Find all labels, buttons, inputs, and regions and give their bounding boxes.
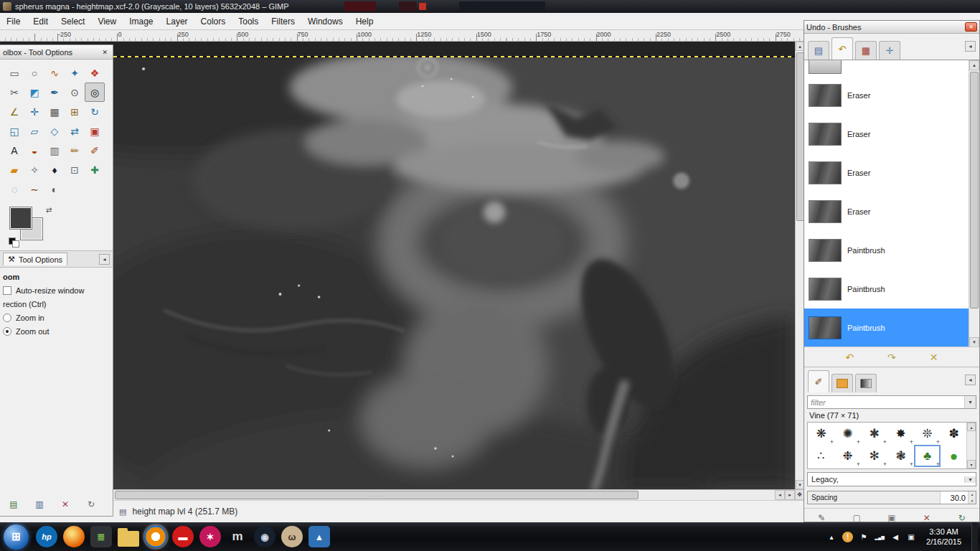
free-select-tool[interactable]: ∿ — [44, 63, 65, 83]
perspective-tool[interactable]: ◇ — [44, 121, 65, 141]
spin-down-icon[interactable]: ▾ — [969, 498, 976, 504]
volume-icon[interactable]: ◀ — [890, 532, 900, 542]
undo-history-item[interactable]: Paintbrush — [804, 231, 969, 270]
reset-tool-options-button[interactable]: ↻ — [83, 497, 99, 512]
undo-scroll-thumb[interactable] — [970, 72, 979, 309]
canvas-viewport[interactable] — [0, 42, 795, 489]
spacing-spinner[interactable]: ▴ ▾ — [968, 491, 976, 504]
spacing-label[interactable]: Spacing — [808, 491, 941, 504]
gradient-tool[interactable]: ▥ — [44, 141, 65, 160]
no-entry-icon[interactable]: ▬ — [172, 526, 194, 547]
scale-tool[interactable]: ◱ — [4, 121, 24, 141]
color-picker-tool[interactable]: ⊙ — [65, 83, 85, 102]
redo-button[interactable]: ↷ — [887, 352, 896, 363]
dock-titlebar[interactable]: Undo - Brushes ✕ — [804, 21, 979, 34]
menu-item[interactable]: File — [0, 14, 27, 29]
panel-menu-icon[interactable]: ◂ — [965, 41, 976, 52]
undo-history-item[interactable]: Paintbrush — [804, 270, 969, 309]
menu-item[interactable]: Layer — [160, 14, 194, 29]
horizontal-scroll-thumb[interactable]: ∙ ∙ ∙ — [115, 491, 639, 499]
undo-history-item[interactable]: Eraser — [804, 192, 969, 231]
text-tool[interactable]: A — [4, 141, 24, 160]
close-icon[interactable]: ✕ — [100, 48, 110, 57]
menu-item[interactable]: Image — [123, 14, 159, 29]
crop-tool[interactable]: ⊞ — [65, 102, 85, 121]
scroll-right-icon[interactable]: ▸ — [785, 490, 795, 500]
zoom-out-radio[interactable] — [3, 327, 11, 336]
measure-tool[interactable]: ∠ — [4, 102, 24, 121]
restore-tool-preset-button[interactable]: ▥ — [32, 497, 47, 512]
foreground-color-swatch[interactable] — [10, 207, 32, 229]
paintbrush-tool[interactable]: ✐ — [85, 141, 105, 160]
brush-sponge[interactable]: ✺ — [834, 423, 861, 445]
undo-history-item[interactable]: Eraser — [804, 154, 969, 192]
brush-pepper[interactable]: ● — [941, 445, 967, 467]
brush-splat[interactable]: ✽ — [941, 423, 967, 445]
gimp-titlebar[interactable]: spherus magna - heightmap.xcf-2.0 (Grays… — [0, 0, 980, 13]
blur-sharpen-tool[interactable]: ◌ — [4, 179, 24, 199]
tab-layers-dialog[interactable]: ▦ — [855, 41, 877, 60]
explorer-icon[interactable] — [118, 531, 139, 547]
scroll-left-icon[interactable]: ◂ — [775, 490, 785, 500]
align-tool[interactable]: ▦ — [44, 102, 65, 121]
menu-item[interactable]: Colors — [194, 14, 232, 29]
swap-colors-icon[interactable]: ⇄ — [46, 206, 52, 214]
tab-dialog-list[interactable]: ▤ — [808, 41, 829, 60]
brush-burst[interactable]: ❉ — [834, 445, 861, 467]
horizontal-scrollbar[interactable]: ∙ ∙ ∙ ◂ ▸ — [0, 489, 795, 500]
panel-menu-icon[interactable]: ◂ — [99, 254, 110, 265]
tab-patterns-dialog[interactable] — [831, 374, 853, 392]
zoom-tool[interactable]: ◎ — [85, 83, 105, 102]
brush-star[interactable]: ❃ — [887, 445, 914, 467]
bucket-fill-tool[interactable]: ◒ — [24, 141, 44, 160]
tab-brushes-dialog[interactable]: ✐ — [808, 370, 829, 392]
show-desktop-button[interactable] — [971, 522, 978, 551]
menu-item[interactable]: View — [91, 14, 123, 29]
scissors-select-tool[interactable]: ✂ — [4, 83, 24, 102]
brush-flower[interactable]: ✻ — [861, 445, 887, 467]
action-center-flag-icon[interactable]: ⚑ — [859, 532, 869, 542]
system-monitor-icon[interactable]: ≣ — [90, 526, 112, 547]
tab-gradients-dialog[interactable] — [855, 374, 877, 392]
ellipse-select-tool[interactable]: ○ — [24, 63, 44, 83]
delete-tool-preset-button[interactable]: ✕ — [57, 497, 73, 512]
hidden-icons-arrow[interactable]: ▴ — [826, 532, 837, 542]
undo-list-scrollbar[interactable]: ▴ ▾ — [969, 60, 979, 347]
alert-icon[interactable]: ! — [842, 532, 853, 542]
undo-history-item[interactable]: Eraser — [804, 76, 969, 115]
panel-menu-icon[interactable]: ◂ — [965, 375, 976, 385]
firefox-icon[interactable] — [63, 526, 85, 547]
tab-pointer-dialog[interactable]: ✛ — [879, 41, 900, 60]
zoom-in-radio[interactable] — [3, 314, 11, 322]
clear-undo-history-button[interactable]: ✕ — [930, 352, 938, 363]
auto-resize-checkbox[interactable] — [3, 286, 11, 295]
shear-tool[interactable]: ▱ — [24, 121, 44, 141]
heightmap-image[interactable] — [113, 57, 795, 489]
taskbar-clock[interactable]: 3:30 AM 2/16/2015 — [922, 527, 966, 547]
brush-acrylic[interactable]: ✸ — [887, 423, 914, 445]
spacing-value[interactable]: 30.0 — [941, 491, 968, 504]
menu-item[interactable]: Edit — [27, 14, 55, 29]
close-icon[interactable]: ✕ — [965, 22, 977, 32]
brush-texture[interactable]: ❊ — [914, 423, 941, 445]
smudge-tool[interactable]: ∼ — [24, 179, 44, 199]
fuzzy-select-tool[interactable]: ✦ — [65, 63, 85, 83]
dropdown-icon[interactable]: ▾ — [964, 476, 976, 483]
brush-grid-scrollbar[interactable]: ▴ ▾ — [966, 423, 976, 468]
default-colors-icon[interactable] — [9, 237, 19, 246]
menu-item[interactable]: Windows — [301, 14, 349, 29]
save-tool-preset-button[interactable]: ▤ — [6, 497, 22, 512]
paths-tool[interactable]: ✒ — [44, 83, 65, 102]
heal-tool[interactable]: ✚ — [85, 160, 105, 179]
undo-history-item[interactable]: Paintbrush — [804, 309, 969, 347]
brush-vine[interactable]: ♣ — [914, 445, 941, 467]
scroll-up-icon[interactable]: ▴ — [969, 60, 979, 70]
menu-item[interactable]: Tools — [232, 14, 265, 29]
select-by-color-tool[interactable]: ❖ — [85, 63, 105, 83]
media-player-icon[interactable]: ▸ — [145, 526, 166, 547]
tab-tool-options[interactable]: ⚒ Tool Options — [3, 253, 67, 265]
menu-item[interactable]: Filters — [265, 14, 301, 29]
start-button[interactable]: ⊞ — [4, 524, 29, 550]
pencil-tool[interactable]: ✏ — [65, 141, 85, 160]
signal-bars-icon[interactable]: ▂▄▆ — [875, 532, 885, 542]
